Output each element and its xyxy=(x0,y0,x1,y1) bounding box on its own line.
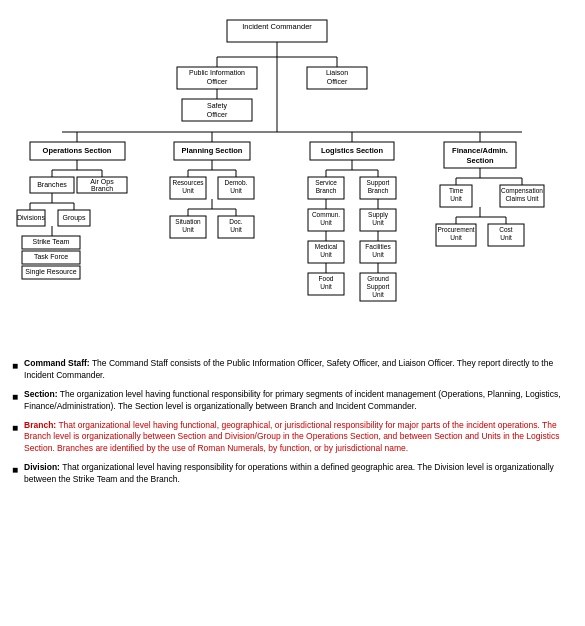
svg-text:Resources: Resources xyxy=(172,179,204,186)
def-branch: ■ Branch: That organizational level havi… xyxy=(12,420,573,456)
def-division-label: Division: xyxy=(24,462,60,472)
svg-text:Logistics Section: Logistics Section xyxy=(321,146,384,155)
svg-text:Safety: Safety xyxy=(207,102,227,110)
def-section: ■ Section: The organization level having… xyxy=(12,389,573,413)
org-chart: Incident Commander Public Information Of… xyxy=(12,12,573,352)
svg-text:Liaison: Liaison xyxy=(326,69,348,76)
svg-text:Strike Team: Strike Team xyxy=(33,238,70,245)
svg-text:Commun.: Commun. xyxy=(312,211,340,218)
svg-text:Food: Food xyxy=(319,275,334,282)
def-division-body: That organizational level having respons… xyxy=(24,462,554,484)
svg-text:Public Information: Public Information xyxy=(189,69,245,76)
svg-text:Incident Commander: Incident Commander xyxy=(242,22,312,31)
svg-text:Unit: Unit xyxy=(372,251,384,258)
svg-text:Compensation: Compensation xyxy=(501,187,543,195)
svg-text:Groups: Groups xyxy=(63,214,86,222)
svg-text:Supply: Supply xyxy=(368,211,389,219)
svg-text:Demob.: Demob. xyxy=(225,179,248,186)
svg-text:Medical: Medical xyxy=(315,243,338,250)
page-container: Incident Commander Public Information Of… xyxy=(12,12,573,486)
def-division: ■ Division: That organizational level ha… xyxy=(12,462,573,486)
svg-text:Unit: Unit xyxy=(500,234,512,241)
definitions-section: ■ Command Staff: The Command Staff consi… xyxy=(12,358,573,486)
svg-text:Unit: Unit xyxy=(372,219,384,226)
svg-text:Officer: Officer xyxy=(207,111,228,118)
svg-text:Support: Support xyxy=(367,283,390,291)
bullet-division: ■ xyxy=(12,463,18,477)
svg-text:Unit: Unit xyxy=(182,187,194,194)
svg-text:Ground: Ground xyxy=(367,275,389,282)
svg-text:Unit: Unit xyxy=(230,187,242,194)
svg-text:Finance/Admin.: Finance/Admin. xyxy=(452,146,508,155)
bullet-command: ■ xyxy=(12,359,18,373)
def-command-body: The Command Staff consists of the Public… xyxy=(24,358,553,380)
svg-text:Task Force: Task Force xyxy=(34,253,68,260)
svg-text:Service: Service xyxy=(315,179,337,186)
def-section-label: Section: xyxy=(24,389,58,399)
def-branch-text: Branch: That organizational level having… xyxy=(24,420,573,456)
def-branch-label: Branch: xyxy=(24,420,56,430)
svg-text:Unit: Unit xyxy=(320,219,332,226)
def-division-text: Division: That organizational level havi… xyxy=(24,462,573,486)
def-command-staff: ■ Command Staff: The Command Staff consi… xyxy=(12,358,573,382)
svg-text:Operations Section: Operations Section xyxy=(43,146,112,155)
def-section-text: Section: The organization level having f… xyxy=(24,389,573,413)
bullet-branch: ■ xyxy=(12,421,18,435)
svg-text:Support: Support xyxy=(367,179,390,187)
svg-text:Unit: Unit xyxy=(320,251,332,258)
svg-text:Branch: Branch xyxy=(316,187,337,194)
svg-text:Unit: Unit xyxy=(320,283,332,290)
svg-text:Single Resource: Single Resource xyxy=(25,268,76,276)
svg-text:Unit: Unit xyxy=(450,234,462,241)
svg-text:Planning Section: Planning Section xyxy=(182,146,243,155)
svg-text:Facilities: Facilities xyxy=(365,243,391,250)
svg-text:Doc.: Doc. xyxy=(229,218,243,225)
svg-text:Divisions: Divisions xyxy=(17,214,46,221)
svg-text:Time: Time xyxy=(449,187,464,194)
svg-text:Officer: Officer xyxy=(327,78,348,85)
svg-text:Unit: Unit xyxy=(230,226,242,233)
bullet-section: ■ xyxy=(12,390,18,404)
def-branch-body: That organizational level having functio… xyxy=(24,420,559,454)
svg-text:Officer: Officer xyxy=(207,78,228,85)
svg-text:Unit: Unit xyxy=(450,195,462,202)
def-command-text: Command Staff: The Command Staff consist… xyxy=(24,358,573,382)
svg-text:Branch: Branch xyxy=(368,187,389,194)
def-command-label: Command Staff: xyxy=(24,358,90,368)
def-section-body: The organization level having functional… xyxy=(24,389,561,411)
svg-text:Branches: Branches xyxy=(37,181,67,188)
svg-text:Section: Section xyxy=(466,156,494,165)
svg-text:Claims Unit: Claims Unit xyxy=(505,195,538,202)
svg-text:Unit: Unit xyxy=(182,226,194,233)
svg-text:Branch: Branch xyxy=(91,185,113,192)
svg-text:Situation: Situation xyxy=(175,218,201,225)
svg-text:Cost: Cost xyxy=(499,226,513,233)
svg-text:Procurement: Procurement xyxy=(437,226,474,233)
svg-text:Unit: Unit xyxy=(372,291,384,298)
